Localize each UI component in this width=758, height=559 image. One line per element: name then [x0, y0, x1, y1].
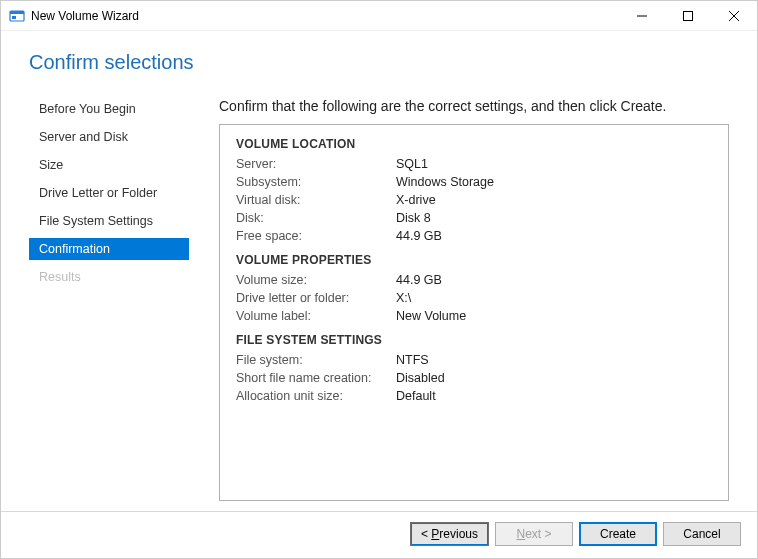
setting-row: Free space:44.9 GB — [236, 229, 712, 243]
setting-row: Drive letter or folder:X:\ — [236, 291, 712, 305]
wizard-body: Before You BeginServer and DiskSizeDrive… — [29, 98, 729, 501]
setting-value: X-drive — [396, 193, 436, 207]
setting-label: Free space: — [236, 229, 396, 243]
section-title: VOLUME PROPERTIES — [236, 253, 712, 267]
nav-item-before-you-begin[interactable]: Before You Begin — [29, 98, 189, 120]
setting-label: Virtual disk: — [236, 193, 396, 207]
setting-label: Volume size: — [236, 273, 396, 287]
setting-row: File system:NTFS — [236, 353, 712, 367]
minimize-button[interactable] — [619, 1, 665, 31]
settings-panel: VOLUME LOCATIONServer:SQL1Subsystem:Wind… — [219, 124, 729, 501]
page-title: Confirm selections — [29, 51, 729, 74]
previous-button[interactable]: < Previous — [410, 522, 489, 546]
setting-label: Server: — [236, 157, 396, 171]
svg-rect-2 — [12, 16, 16, 19]
close-button[interactable] — [711, 1, 757, 31]
cancel-button[interactable]: Cancel — [663, 522, 741, 546]
nav-item-confirmation[interactable]: Confirmation — [29, 238, 189, 260]
setting-value: SQL1 — [396, 157, 428, 171]
setting-row: Short file name creation:Disabled — [236, 371, 712, 385]
setting-row: Server:SQL1 — [236, 157, 712, 171]
setting-label: Disk: — [236, 211, 396, 225]
setting-value: NTFS — [396, 353, 429, 367]
setting-label: Drive letter or folder: — [236, 291, 396, 305]
setting-row: Subsystem:Windows Storage — [236, 175, 712, 189]
nav-item-file-system-settings[interactable]: File System Settings — [29, 210, 189, 232]
setting-row: Volume label:New Volume — [236, 309, 712, 323]
wizard-main: Confirm that the following are the corre… — [189, 98, 729, 501]
setting-label: Volume label: — [236, 309, 396, 323]
svg-rect-4 — [684, 11, 693, 20]
instruction-text: Confirm that the following are the corre… — [219, 98, 729, 114]
content-area: Confirm selections Before You BeginServe… — [1, 31, 757, 511]
section-title: FILE SYSTEM SETTINGS — [236, 333, 712, 347]
nav-item-drive-letter-or-folder[interactable]: Drive Letter or Folder — [29, 182, 189, 204]
svg-rect-1 — [10, 11, 24, 14]
btn-text: Cancel — [683, 527, 720, 541]
next-button: Next > — [495, 522, 573, 546]
nav-item-results: Results — [29, 266, 189, 288]
title-bar: New Volume Wizard — [1, 1, 757, 31]
setting-value: New Volume — [396, 309, 466, 323]
setting-value: Windows Storage — [396, 175, 494, 189]
create-button[interactable]: Create — [579, 522, 657, 546]
setting-value: Disabled — [396, 371, 445, 385]
setting-label: Allocation unit size: — [236, 389, 396, 403]
setting-row: Volume size:44.9 GB — [236, 273, 712, 287]
setting-row: Allocation unit size:Default — [236, 389, 712, 403]
btn-text: < Previous — [421, 527, 478, 541]
nav-item-server-and-disk[interactable]: Server and Disk — [29, 126, 189, 148]
setting-value: 44.9 GB — [396, 229, 442, 243]
setting-value: 44.9 GB — [396, 273, 442, 287]
maximize-button[interactable] — [665, 1, 711, 31]
wizard-footer: < Previous Next > Create Cancel — [1, 511, 757, 558]
setting-value: Disk 8 — [396, 211, 431, 225]
setting-value: X:\ — [396, 291, 411, 305]
app-icon — [9, 8, 25, 24]
wizard-window: New Volume Wizard Confirm selections Bef… — [0, 0, 758, 559]
setting-value: Default — [396, 389, 436, 403]
nav-item-size[interactable]: Size — [29, 154, 189, 176]
section-title: VOLUME LOCATION — [236, 137, 712, 151]
btn-text: Next > — [516, 527, 551, 541]
setting-row: Disk:Disk 8 — [236, 211, 712, 225]
setting-label: Subsystem: — [236, 175, 396, 189]
setting-row: Virtual disk:X-drive — [236, 193, 712, 207]
window-title: New Volume Wizard — [31, 9, 619, 23]
setting-label: Short file name creation: — [236, 371, 396, 385]
btn-text: Create — [600, 527, 636, 541]
setting-label: File system: — [236, 353, 396, 367]
wizard-nav: Before You BeginServer and DiskSizeDrive… — [29, 98, 189, 501]
